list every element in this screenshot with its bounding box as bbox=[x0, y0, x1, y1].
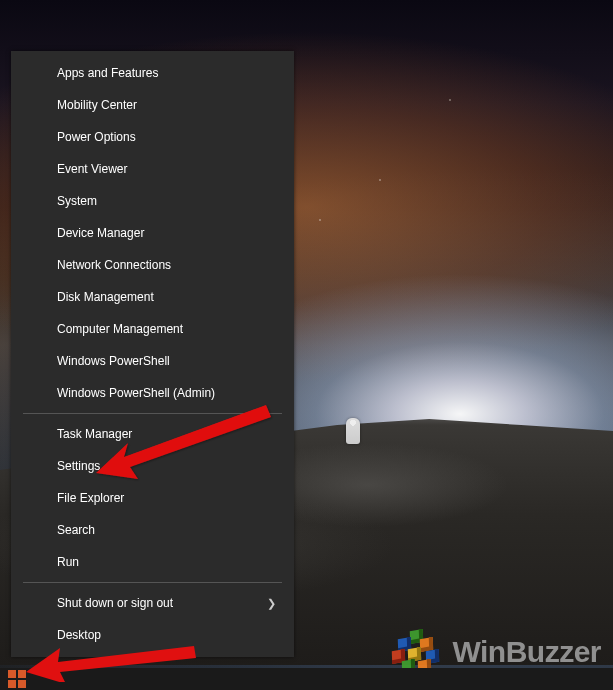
menu-item-label: Windows PowerShell bbox=[57, 354, 170, 368]
menu-desktop[interactable]: Desktop bbox=[11, 619, 294, 651]
menu-power-options[interactable]: Power Options bbox=[11, 121, 294, 153]
menu-shut-down-or-sign-out[interactable]: Shut down or sign out❯ bbox=[11, 587, 294, 619]
menu-windows-powershell-admin[interactable]: Windows PowerShell (Admin) bbox=[11, 377, 294, 409]
menu-item-label: Windows PowerShell (Admin) bbox=[57, 386, 215, 400]
menu-item-label: File Explorer bbox=[57, 491, 124, 505]
menu-run[interactable]: Run bbox=[11, 546, 294, 578]
menu-divider bbox=[23, 582, 282, 583]
menu-disk-management[interactable]: Disk Management bbox=[11, 281, 294, 313]
menu-item-label: System bbox=[57, 194, 97, 208]
chevron-right-icon: ❯ bbox=[267, 597, 276, 610]
menu-search[interactable]: Search bbox=[11, 514, 294, 546]
menu-item-label: Computer Management bbox=[57, 322, 183, 336]
menu-item-label: Disk Management bbox=[57, 290, 154, 304]
menu-item-label: Event Viewer bbox=[57, 162, 127, 176]
menu-file-explorer[interactable]: File Explorer bbox=[11, 482, 294, 514]
menu-item-label: Run bbox=[57, 555, 79, 569]
menu-device-manager[interactable]: Device Manager bbox=[11, 217, 294, 249]
menu-item-label: Apps and Features bbox=[57, 66, 158, 80]
menu-item-label: Settings bbox=[57, 459, 100, 473]
menu-network-connections[interactable]: Network Connections bbox=[11, 249, 294, 281]
menu-task-manager[interactable]: Task Manager bbox=[11, 418, 294, 450]
menu-item-label: Network Connections bbox=[57, 258, 171, 272]
menu-computer-management[interactable]: Computer Management bbox=[11, 313, 294, 345]
menu-item-label: Mobility Center bbox=[57, 98, 137, 112]
menu-item-label: Shut down or sign out bbox=[57, 596, 173, 610]
winx-context-menu: Apps and FeaturesMobility CenterPower Op… bbox=[11, 51, 294, 657]
menu-item-label: Power Options bbox=[57, 130, 136, 144]
start-button[interactable] bbox=[8, 670, 26, 688]
menu-system[interactable]: System bbox=[11, 185, 294, 217]
menu-event-viewer[interactable]: Event Viewer bbox=[11, 153, 294, 185]
watermark-text: WinBuzzer bbox=[452, 635, 601, 669]
menu-apps-and-features[interactable]: Apps and Features bbox=[11, 57, 294, 89]
menu-item-label: Search bbox=[57, 523, 95, 537]
menu-item-label: Task Manager bbox=[57, 427, 132, 441]
taskbar bbox=[0, 668, 613, 690]
wallpaper-astronaut bbox=[346, 418, 360, 444]
menu-divider bbox=[23, 413, 282, 414]
menu-item-label: Device Manager bbox=[57, 226, 144, 240]
menu-mobility-center[interactable]: Mobility Center bbox=[11, 89, 294, 121]
menu-windows-powershell[interactable]: Windows PowerShell bbox=[11, 345, 294, 377]
menu-item-label: Desktop bbox=[57, 628, 101, 642]
menu-settings[interactable]: Settings bbox=[11, 450, 294, 482]
